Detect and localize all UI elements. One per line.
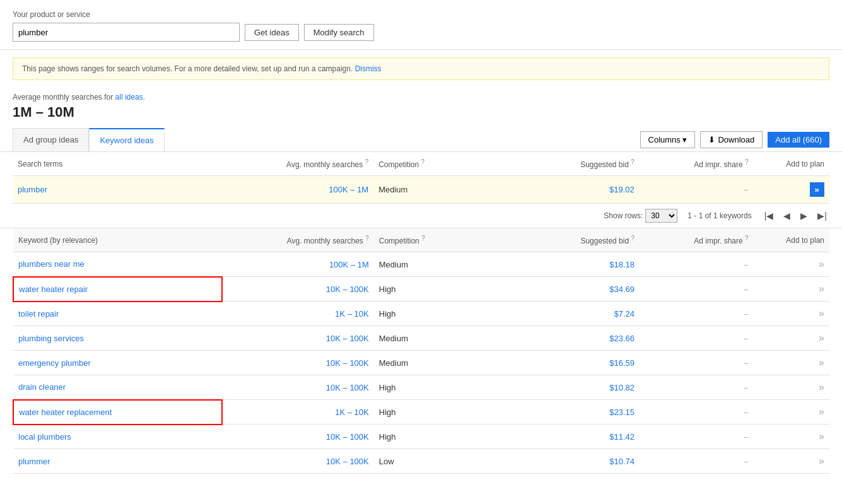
- kw-col-header-adimpr: Ad impr. share ?: [640, 228, 754, 252]
- search-term-keyword: plumber: [13, 176, 221, 204]
- keyword-avg: 10K – 100K: [222, 425, 374, 449]
- keyword-cell: emergency plumber: [13, 351, 222, 375]
- columns-button[interactable]: Columns ▾: [640, 131, 696, 148]
- keyword-section: Keyword (by relevance) Avg. monthly sear…: [0, 228, 842, 474]
- kw-bid-help-icon[interactable]: ?: [631, 235, 634, 242]
- search-term-add: »: [753, 176, 829, 204]
- keyword-link[interactable]: plumbing services: [18, 334, 84, 343]
- first-page-button[interactable]: |◀: [762, 209, 776, 222]
- keyword-row: water heater repair 10K – 100K High $34.…: [13, 277, 829, 302]
- add-icon[interactable]: »: [819, 382, 824, 392]
- keyword-competition: Medium: [374, 252, 488, 277]
- top-bar: Your product or service Get ideas Modify…: [0, 0, 842, 50]
- keyword-adimpr: –: [640, 277, 754, 302]
- add-icon[interactable]: »: [819, 431, 824, 442]
- keyword-add: »: [754, 302, 829, 326]
- keyword-row: local plumbers 10K – 100K High $11.42 – …: [13, 425, 829, 449]
- keyword-adimpr: –: [640, 449, 754, 474]
- search-terms-section: Search terms Avg. monthly searches ? Com…: [0, 152, 842, 204]
- all-ideas-link[interactable]: all ideas: [115, 93, 143, 102]
- keyword-add: »: [754, 375, 829, 400]
- keyword-avg: 1K – 10K: [222, 400, 374, 425]
- product-label: Your product or service: [13, 10, 829, 19]
- keyword-avg: 100K – 1M: [222, 252, 374, 277]
- keyword-competition: Low: [374, 449, 488, 474]
- tab-keyword-ideas[interactable]: Keyword ideas: [89, 128, 164, 151]
- info-banner: This page shows ranges for search volume…: [13, 57, 829, 80]
- add-icon[interactable]: »: [819, 283, 824, 294]
- banner-dismiss-link[interactable]: Dismiss: [355, 64, 382, 73]
- keyword-add: »: [754, 252, 829, 277]
- add-icon[interactable]: »: [819, 455, 824, 466]
- keyword-bid: $23.66: [488, 326, 640, 351]
- modify-search-button[interactable]: Modify search: [304, 24, 374, 41]
- next-page-button[interactable]: ▶: [798, 209, 810, 222]
- keyword-table: Keyword (by relevance) Avg. monthly sear…: [13, 228, 829, 474]
- keyword-row: plumbers near me 100K – 1M Medium $18.18…: [13, 252, 829, 277]
- rows-select[interactable]: 30 50 100: [645, 209, 677, 223]
- avg-label: Average monthly searches for all ideas.: [13, 93, 829, 102]
- keyword-competition: High: [374, 400, 488, 425]
- show-rows: Show rows: 30 50 100: [604, 209, 677, 223]
- keyword-avg: 10K – 100K: [222, 375, 374, 400]
- keyword-cell: local plumbers: [13, 425, 222, 449]
- kw-col-header-keyword: Keyword (by relevance): [13, 228, 222, 252]
- keyword-link[interactable]: plumber: [18, 185, 47, 194]
- keyword-row: emergency plumber 10K – 100K Medium $16.…: [13, 351, 829, 375]
- search-row: Get ideas Modify search: [13, 23, 829, 42]
- add-icon[interactable]: »: [819, 308, 824, 319]
- product-search-input[interactable]: [13, 23, 240, 42]
- col-header-add-to-plan: Add to plan: [753, 152, 829, 176]
- keyword-row: plummer 10K – 100K Low $10.74 – »: [13, 449, 829, 474]
- get-ideas-button[interactable]: Get ideas: [245, 24, 299, 41]
- kw-avg-help-icon[interactable]: ?: [365, 235, 369, 242]
- tabs: Ad group ideas Keyword ideas: [13, 128, 165, 151]
- keyword-link[interactable]: water heater replacement: [19, 407, 112, 417]
- keyword-link[interactable]: plumbers near me: [18, 259, 85, 269]
- keyword-competition: High: [374, 375, 488, 400]
- add-icon[interactable]: »: [819, 406, 824, 417]
- keyword-row: toilet repair 1K – 10K High $7.24 – »: [13, 302, 829, 326]
- avg-section: Average monthly searches for all ideas. …: [0, 88, 842, 128]
- tab-ad-group-ideas[interactable]: Ad group ideas: [13, 128, 89, 151]
- last-page-button[interactable]: ▶|: [815, 209, 829, 222]
- add-icon[interactable]: »: [819, 332, 824, 343]
- add-all-button[interactable]: Add all (660): [768, 132, 829, 148]
- search-term-competition: Medium: [373, 176, 488, 204]
- keyword-link[interactable]: plummer: [18, 457, 50, 466]
- avg-help-icon[interactable]: ?: [365, 158, 369, 165]
- keyword-cell: drain cleaner: [13, 375, 222, 400]
- bid-help-icon[interactable]: ?: [631, 158, 634, 165]
- col-header-search-terms: Search terms: [13, 152, 221, 176]
- keyword-bid: $11.42: [488, 425, 640, 449]
- keyword-bid: $10.82: [488, 375, 640, 400]
- keyword-link[interactable]: local plumbers: [18, 432, 71, 442]
- col-header-avg-monthly: Avg. monthly searches ?: [221, 152, 373, 176]
- adimpr-help-icon[interactable]: ?: [745, 158, 749, 165]
- keyword-competition: High: [374, 302, 488, 326]
- keyword-adimpr: –: [640, 375, 754, 400]
- add-icon[interactable]: »: [819, 357, 824, 368]
- kw-comp-help-icon[interactable]: ?: [421, 235, 425, 242]
- keyword-link[interactable]: toilet repair: [18, 309, 59, 319]
- keyword-cell: water heater replacement: [13, 400, 222, 425]
- keyword-link[interactable]: water heater repair: [19, 284, 88, 294]
- keyword-link[interactable]: drain cleaner: [18, 382, 66, 392]
- keyword-adimpr: –: [640, 252, 754, 277]
- col-header-suggested-bid: Suggested bid ?: [488, 152, 640, 176]
- keyword-avg: 10K – 100K: [222, 351, 374, 375]
- prev-page-button[interactable]: ◀: [781, 209, 793, 222]
- keyword-add: »: [754, 326, 829, 351]
- comp-help-icon[interactable]: ?: [421, 158, 425, 165]
- kw-col-header-avg: Avg. monthly searches ?: [222, 228, 374, 252]
- search-term-row: plumber 100K – 1M Medium $19.02 – »: [13, 176, 829, 204]
- kw-adimpr-help-icon[interactable]: ?: [745, 235, 749, 242]
- keyword-competition: High: [374, 425, 488, 449]
- toolbar-right: Columns ▾ ⬇ Download Add all (660): [640, 131, 829, 148]
- keyword-link[interactable]: emergency plumber: [18, 358, 91, 368]
- search-term-avg: 100K – 1M: [221, 176, 373, 204]
- pagination-info: 1 - 1 of 1 keywords: [687, 211, 751, 220]
- download-button[interactable]: ⬇ Download: [700, 131, 763, 148]
- add-button[interactable]: »: [810, 182, 824, 197]
- add-icon[interactable]: »: [819, 259, 824, 269]
